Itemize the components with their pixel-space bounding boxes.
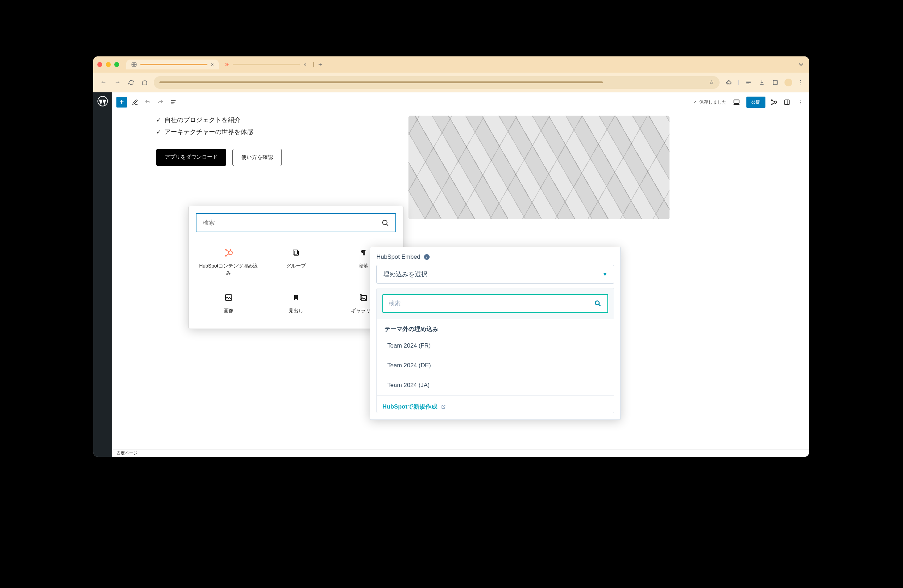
save-status: ✓ 保存しました (693, 99, 727, 105)
select-label: 埋め込みを選択 (383, 270, 428, 279)
download-icon[interactable] (758, 78, 766, 87)
separator: | (738, 79, 739, 86)
tab-title-placeholder (140, 64, 208, 65)
svg-point-5 (98, 96, 108, 106)
hubspot-search-box[interactable] (382, 294, 608, 313)
browser-tab-2[interactable]: × (219, 60, 311, 69)
tab-close-icon[interactable]: × (304, 62, 306, 67)
maximize-window-button[interactable] (114, 62, 119, 67)
hubspot-option[interactable]: Team 2024 (DE) (377, 356, 614, 375)
back-button[interactable]: ← (99, 77, 108, 88)
hubspot-search-input[interactable] (389, 300, 594, 307)
svg-rect-17 (293, 250, 297, 254)
browser-tab-strip: × × | + (93, 56, 809, 73)
hubspot-favicon-icon (223, 62, 229, 67)
block-search-box[interactable] (196, 213, 396, 232)
block-label: 画像 (223, 307, 233, 314)
block-search-input[interactable] (203, 219, 381, 226)
undo-icon[interactable] (143, 98, 153, 107)
profile-button[interactable] (785, 78, 792, 86)
wordpress-logo-icon[interactable] (98, 96, 108, 107)
minimize-window-button[interactable] (106, 62, 111, 67)
hubspot-dropdown: テーマ外の埋め込み Team 2024 (FR) Team 2024 (DE) … (376, 288, 614, 413)
redo-icon[interactable] (156, 98, 165, 107)
caret-down-icon: ▼ (603, 271, 607, 277)
tab-title-placeholder (233, 64, 300, 65)
external-link-icon (441, 405, 446, 409)
check-icon: ✓ (693, 99, 697, 105)
hubspot-popover-title: HubSpot Embed i (376, 254, 614, 260)
info-icon[interactable]: i (424, 254, 429, 260)
hubspot-icon[interactable] (770, 99, 777, 106)
browser-toolbar: ← → ☆ | ⋮ (93, 73, 809, 93)
extensions-icon[interactable] (725, 78, 733, 87)
settings-panel-icon[interactable] (782, 98, 791, 107)
block-group[interactable]: グループ (263, 241, 329, 284)
hubspot-create-link[interactable]: HubSpotで新規作成 (382, 403, 437, 411)
hero-image (409, 116, 670, 219)
hubspot-icon (223, 248, 233, 258)
save-status-text: 保存しました (699, 99, 727, 105)
search-icon (381, 219, 389, 227)
url-bar[interactable]: ☆ (154, 76, 720, 89)
tab-close-icon[interactable]: × (211, 62, 214, 67)
image-icon (223, 293, 233, 303)
block-label: 段落 (359, 263, 368, 270)
globe-icon (131, 62, 137, 67)
gallery-icon (359, 293, 368, 303)
wp-admin-sidebar (93, 93, 112, 457)
hubspot-option[interactable]: Team 2024 (JA) (377, 375, 614, 395)
forward-button[interactable]: → (113, 77, 122, 88)
list-view-icon[interactable] (168, 98, 178, 107)
edit-icon[interactable] (131, 98, 140, 107)
svg-point-1 (227, 63, 228, 66)
svg-rect-4 (773, 80, 777, 85)
preview-icon[interactable] (732, 97, 741, 107)
block-label: HubSpotコンテンツ埋め込み (198, 263, 258, 276)
browser-menu-icon[interactable]: ⋮ (797, 78, 804, 86)
check-usage-button[interactable]: 使い方を確認 (233, 149, 282, 166)
heading-icon (291, 293, 301, 303)
svg-rect-10 (785, 100, 790, 105)
block-label: 見出し (288, 307, 304, 314)
search-icon (594, 299, 602, 307)
divider: | (313, 61, 314, 68)
chevron-down-icon[interactable] (797, 61, 805, 68)
hubspot-section-title: テーマ外の埋め込み (377, 319, 614, 336)
new-tab-button[interactable]: + (319, 61, 322, 68)
block-heading[interactable]: 見出し (263, 285, 329, 321)
svg-rect-16 (294, 251, 299, 255)
reading-list-icon[interactable] (744, 78, 753, 87)
reload-button[interactable] (127, 78, 135, 87)
svg-point-11 (383, 220, 387, 225)
wp-footer-breadcrumb[interactable]: 固定ページ (112, 449, 809, 457)
url-text-placeholder (159, 82, 603, 83)
close-window-button[interactable] (98, 62, 102, 67)
block-hubspot-embed[interactable]: HubSpotコンテンツ埋め込み (196, 241, 261, 284)
download-app-button[interactable]: アプリをダウンロード (156, 149, 226, 166)
block-image[interactable]: 画像 (196, 285, 261, 321)
svg-point-20 (595, 301, 599, 305)
browser-tab-1[interactable]: × (126, 60, 219, 69)
svg-point-12 (228, 251, 233, 255)
add-block-button[interactable]: + (116, 97, 127, 108)
wp-editor-toolbar: + ✓ 保存しました (112, 93, 809, 112)
hubspot-embed-popover: HubSpot Embed i 埋め込みを選択 ▼ テーマ外の埋め込み Team… (370, 247, 621, 420)
hubspot-embed-select[interactable]: 埋め込みを選択 ▼ (376, 265, 614, 284)
publish-button[interactable]: 公開 (746, 97, 765, 108)
paragraph-icon (359, 248, 368, 258)
sidepanel-icon[interactable] (771, 78, 780, 87)
group-icon (291, 248, 301, 258)
check-item: アーキテクチャーの世界を体感 (156, 128, 394, 136)
svg-rect-6 (734, 100, 739, 103)
star-icon[interactable]: ☆ (709, 79, 714, 86)
window-controls (98, 62, 119, 67)
home-button[interactable] (140, 78, 149, 87)
more-menu-icon[interactable]: ⋮ (796, 97, 805, 107)
block-label: グループ (286, 263, 306, 270)
check-item: 自社のプロジェクトを紹介 (156, 116, 394, 124)
hubspot-option[interactable]: Team 2024 (FR) (377, 336, 614, 356)
